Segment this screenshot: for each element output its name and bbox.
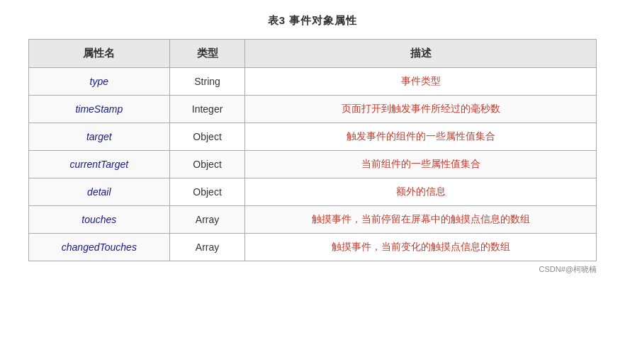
col-header-property: 属性名 [29,40,170,68]
cell-type: Object [169,178,245,206]
cell-type: Integer [169,96,245,123]
cell-type: Object [169,151,245,178]
cell-type: String [169,68,245,96]
table-header-row: 属性名 类型 描述 [29,40,597,68]
cell-property: target [29,123,170,151]
property-table: 属性名 类型 描述 typeString事件类型timeStampInteger… [28,39,597,261]
cell-description: 触摸事件，当前停留在屏幕中的触摸点信息的数组 [245,206,597,234]
cell-property: changedTouches [29,234,170,261]
table-row: typeString事件类型 [29,68,597,96]
table-row: detailObject额外的信息 [29,178,597,206]
col-header-description: 描述 [245,40,597,68]
cell-description: 触摸事件，当前变化的触摸点信息的数组 [245,234,597,261]
cell-type: Object [169,123,245,151]
table-row: touchesArray触摸事件，当前停留在屏幕中的触摸点信息的数组 [29,206,597,234]
table-row: timeStampInteger页面打开到触发事件所经过的毫秒数 [29,96,597,123]
cell-property: detail [29,178,170,206]
cell-description: 当前组件的一些属性值集合 [245,151,597,178]
cell-property: type [29,68,170,96]
cell-description: 触发事件的组件的一些属性值集合 [245,123,597,151]
cell-description: 事件类型 [245,68,597,96]
cell-property: timeStamp [29,96,170,123]
watermark: CSDN#@柯晓楠 [28,264,597,275]
cell-property: currentTarget [29,151,170,178]
cell-property: touches [29,206,170,234]
cell-type: Array [169,206,245,234]
cell-type: Array [169,234,245,261]
table-row: changedTouchesArray触摸事件，当前变化的触摸点信息的数组 [29,234,597,261]
cell-description: 额外的信息 [245,178,597,206]
table-row: targetObject触发事件的组件的一些属性值集合 [29,123,597,151]
page-title: 表3 事件对象属性 [28,14,597,28]
table-row: currentTargetObject当前组件的一些属性值集合 [29,151,597,178]
col-header-type: 类型 [169,40,245,68]
cell-description: 页面打开到触发事件所经过的毫秒数 [245,96,597,123]
